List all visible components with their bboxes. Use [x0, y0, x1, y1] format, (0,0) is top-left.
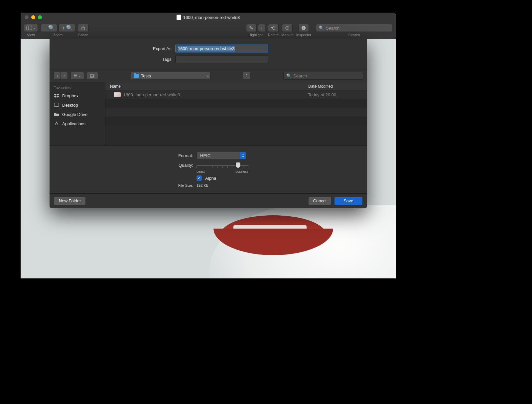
highlight-label: Highlight: [248, 33, 263, 37]
filesize-label: File Size:: [50, 183, 193, 187]
svg-rect-8: [54, 103, 59, 106]
zoom-label: Zoom: [53, 33, 63, 37]
sidebar-item-label: Dropbox: [62, 93, 78, 98]
highlight-button[interactable]: ✎: [246, 24, 257, 32]
view-button[interactable]: ⌄: [24, 24, 38, 32]
file-date: Today at 20:00: [304, 92, 367, 97]
document-icon: [177, 15, 181, 20]
window-title: 1600_man-person-red-white3: [183, 15, 240, 20]
applications-icon: [54, 121, 60, 126]
format-select[interactable]: HEIC ▲▼: [197, 152, 246, 159]
nav-forward-button[interactable]: ›: [61, 72, 68, 80]
zoom-out-button[interactable]: －🔍: [41, 24, 57, 32]
markup-label: Markup: [281, 33, 294, 37]
toolbar: ⌄ View －🔍 ＋🔍 Zoom Share ✎ ⌄: [21, 22, 396, 39]
window-minimize-button[interactable]: [31, 15, 35, 19]
view-mode-button[interactable]: ☰ ⌄: [70, 72, 84, 80]
collapse-button[interactable]: ⌃: [243, 72, 251, 80]
quality-label: Quality:: [50, 163, 193, 168]
window-maximize-button[interactable]: [38, 15, 42, 19]
column-header-name[interactable]: Name: [105, 84, 304, 89]
nav-back-button[interactable]: ‹: [54, 72, 61, 80]
window-close-button[interactable]: [25, 15, 29, 19]
desktop-icon: [54, 102, 60, 108]
search-icon: 🔍: [286, 73, 291, 78]
search-label: Search: [348, 33, 360, 37]
quality-slider[interactable]: [197, 162, 248, 168]
alpha-label: Alpha: [205, 176, 216, 181]
sidebar-item-googledrive[interactable]: Google Drive: [50, 110, 105, 119]
rotate-button[interactable]: ⟲: [268, 24, 279, 32]
group-by-button[interactable]: [87, 72, 98, 80]
slider-thumb[interactable]: [236, 162, 240, 168]
highlight-menu-button[interactable]: ⌄: [258, 24, 265, 32]
toolbar-search-field[interactable]: 🔍: [316, 24, 392, 32]
location-name: Tests: [141, 73, 151, 78]
sidebar-item-label: Desktop: [62, 103, 78, 108]
titlebar: 1600_man-person-red-white3: [21, 13, 396, 22]
sidebar-item-label: Google Drive: [62, 112, 87, 117]
sidebar-item-applications[interactable]: Applications: [50, 119, 105, 128]
inspector-button[interactable]: i: [298, 24, 309, 32]
export-dialog: Export As: 1600_man-person-red-white3 Ta…: [50, 39, 367, 208]
browser-search-field[interactable]: 🔍: [283, 72, 363, 80]
inspector-label: Inspector: [296, 33, 311, 37]
browser-search-input[interactable]: [293, 73, 360, 78]
filesize-value: 192 KB: [197, 183, 208, 187]
share-button[interactable]: [78, 24, 88, 32]
file-row[interactable]: 1600_man-person-red-white3 Today at 20:0…: [105, 90, 367, 99]
zoom-in-button[interactable]: ＋🔍: [59, 24, 75, 32]
folder-icon: [134, 74, 139, 78]
folder-icon: [54, 112, 60, 117]
dialog-footer: New Folder Cancel Save: [50, 193, 367, 208]
sidebar-item-dropbox[interactable]: Dropbox: [50, 91, 105, 100]
search-icon: 🔍: [319, 26, 324, 30]
quality-least-label: Least: [197, 170, 204, 173]
sidebar-section-label: Favourites: [50, 84, 105, 91]
new-folder-button[interactable]: New Folder: [54, 197, 85, 205]
sidebar-item-label: Applications: [62, 121, 85, 126]
file-name: 1600_man-person-red-white3: [123, 92, 180, 97]
column-header-date[interactable]: Date Modified: [304, 84, 367, 89]
toolbar-search-input[interactable]: [326, 26, 389, 31]
export-as-label: Export As:: [50, 46, 173, 51]
window-title-wrap: 1600_man-person-red-white3: [21, 15, 396, 20]
svg-rect-0: [27, 26, 32, 30]
export-filename-input[interactable]: 1600_man-person-red-white3: [175, 45, 268, 52]
save-button[interactable]: Save: [334, 197, 362, 205]
tags-label: Tags:: [50, 57, 173, 62]
view-label: View: [27, 33, 35, 37]
chevron-updown-icon: ▲▼: [240, 152, 246, 159]
cancel-button[interactable]: Cancel: [309, 197, 331, 205]
markup-button[interactable]: [282, 24, 293, 32]
sidebar-item-desktop[interactable]: Desktop: [50, 100, 105, 110]
quality-lossless-label: Lossless: [235, 170, 248, 173]
file-thumbnail-icon: [114, 92, 121, 97]
format-value: HEIC: [200, 153, 210, 158]
alpha-checkbox[interactable]: ✓: [197, 175, 202, 181]
browser-nav: ‹ › ☰ ⌄ Tests ⌃⌄ ⌃ 🔍: [50, 69, 367, 82]
file-list: Name Date Modified 1600_man-person-red-w…: [105, 82, 367, 146]
chevron-updown-icon: ⌃⌄: [205, 74, 208, 78]
traffic-lights: [21, 15, 42, 19]
format-label: Format:: [50, 153, 193, 158]
sidebar: Favourites Dropbox Desktop Google Drive …: [50, 82, 105, 146]
dropbox-icon: [54, 93, 60, 98]
rotate-label: Rotate: [268, 33, 279, 37]
export-options: Format: HEIC ▲▼ Quality: Least Lossless …: [50, 146, 367, 193]
share-label: Share: [78, 33, 88, 37]
tags-input[interactable]: [175, 55, 268, 63]
location-select[interactable]: Tests ⌃⌄: [131, 72, 210, 80]
